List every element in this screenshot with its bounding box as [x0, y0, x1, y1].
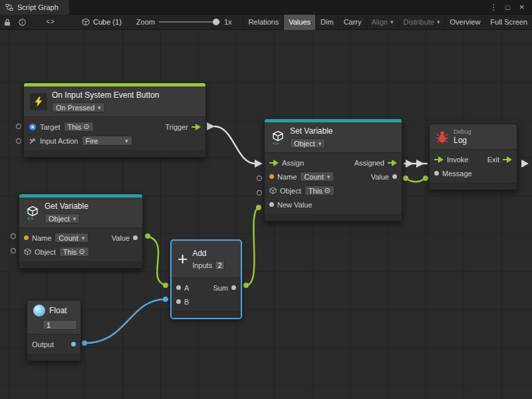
port-row-new-value: New Value — [265, 198, 402, 211]
port-row-input-action: Input Action Fire — [24, 134, 205, 148]
wire-sum-newvalue[interactable] — [243, 205, 261, 288]
align-button[interactable]: Align — [366, 15, 398, 30]
output-port[interactable] — [71, 342, 76, 346]
exit-port[interactable] — [503, 156, 512, 163]
trigger-port[interactable] — [192, 124, 201, 130]
node-add[interactable]: Add Inputs 2 A Sum B — [171, 240, 241, 319]
object-cube-icon — [24, 248, 31, 255]
output-label: Output — [32, 340, 54, 348]
exit-arrow[interactable] — [521, 160, 529, 168]
wire-assigned-invoke[interactable] — [404, 160, 428, 168]
message-label: Message — [442, 170, 472, 178]
float-value-field[interactable]: 1 — [43, 320, 77, 330]
object-label: Object — [35, 248, 56, 256]
wire-float-b[interactable] — [82, 297, 168, 346]
wire-trigger-assign[interactable] — [207, 122, 263, 168]
zoom-slider[interactable] — [159, 21, 220, 23]
name-port[interactable] — [269, 174, 274, 179]
inputs-count-field[interactable]: 2 — [215, 261, 225, 270]
carry-button[interactable]: Carry — [338, 15, 366, 30]
lock-icon[interactable] — [0, 15, 15, 29]
variable-scope-dropdown[interactable]: Object — [290, 138, 325, 148]
zoom-value: 1x — [224, 18, 232, 26]
object-value-chip[interactable]: This — [59, 247, 89, 257]
title-bar: Script Graph — [0, 0, 532, 15]
fullscreen-button[interactable]: Full Screen — [485, 15, 532, 30]
new-value-label: New Value — [277, 201, 312, 209]
zoom-slider-knob[interactable] — [213, 19, 219, 25]
node-debug-log[interactable]: Debug Log Invoke Exit Message — [429, 124, 517, 190]
object-label: Object — [280, 187, 301, 195]
value-label: Value — [112, 234, 130, 242]
port-row-output: Output — [27, 337, 80, 351]
port-row-a: A Sum — [172, 281, 241, 295]
name-dropdown[interactable]: Count — [300, 172, 334, 182]
assigned-port[interactable] — [388, 160, 397, 166]
invoke-port[interactable] — [434, 156, 444, 163]
b-label: B — [184, 298, 189, 306]
info-icon[interactable] — [15, 15, 30, 29]
target-value-chip[interactable]: This — [64, 122, 94, 132]
target-icon — [325, 186, 331, 195]
cube-icon — [82, 18, 90, 26]
port-row-message: Message — [430, 166, 517, 180]
event-mode-dropdown[interactable]: On Pressed — [52, 102, 105, 112]
wire-getvalue-a[interactable] — [145, 233, 168, 288]
graph-canvas[interactable]: On Input System Event Button On Pressed … — [0, 30, 532, 399]
node-set-variable[interactable]: <> Set Variable Object Assign Assigned N… — [264, 118, 402, 221]
wire-value-message[interactable] — [403, 176, 428, 182]
value-port[interactable] — [133, 235, 138, 240]
close-icon[interactable] — [517, 2, 527, 12]
lightning-icon — [30, 93, 47, 110]
value-port[interactable] — [392, 174, 397, 179]
object-cube-icon — [269, 187, 277, 194]
a-port[interactable] — [176, 285, 181, 290]
node-on-input-event[interactable]: On Input System Event Button On Pressed … — [23, 82, 206, 158]
assign-port[interactable] — [269, 160, 279, 166]
node-subtitle: Debug — [454, 128, 471, 135]
name-port[interactable] — [24, 235, 29, 240]
overview-button[interactable]: Overview — [445, 15, 485, 30]
name-label: Name — [277, 173, 297, 181]
values-button[interactable]: Values — [283, 15, 315, 30]
target-icon — [79, 247, 85, 256]
breadcrumb-label: Cube (1) — [93, 18, 122, 26]
input-action-dropdown[interactable]: Fire — [82, 136, 132, 146]
tab-title: Script Graph — [17, 3, 59, 11]
breadcrumb[interactable]: Cube (1) — [76, 18, 127, 26]
a-label: A — [184, 284, 189, 292]
float-icon — [33, 305, 45, 317]
node-title: Log — [454, 136, 467, 145]
node-float[interactable]: Float 1 Output — [27, 300, 81, 361]
node-title: Add — [192, 249, 206, 258]
variable-scope-dropdown[interactable]: Object — [45, 213, 80, 223]
node-footer — [24, 151, 205, 157]
node-get-variable[interactable]: <> Get Variable Object Name Count Value … — [19, 194, 143, 269]
sum-port[interactable] — [231, 285, 236, 290]
node-footer — [172, 312, 241, 318]
name-dropdown[interactable]: Count — [55, 233, 88, 243]
assign-label: Assign — [282, 159, 304, 167]
code-icon[interactable] — [42, 15, 59, 29]
window-menu-icon[interactable] — [489, 3, 499, 12]
dim-button[interactable]: Dim — [315, 15, 338, 30]
variable-cube-icon: <> — [271, 130, 285, 145]
gameobject-icon — [29, 123, 37, 131]
invoke-label: Invoke — [447, 156, 468, 164]
tab-script-graph[interactable]: Script Graph — [0, 0, 69, 15]
zoom-label: Zoom — [136, 18, 155, 26]
new-value-port[interactable] — [269, 202, 274, 207]
message-port[interactable] — [434, 171, 439, 176]
object-value-chip[interactable]: This — [305, 186, 334, 196]
node-title: On Input System Event Button — [52, 90, 159, 100]
port-row-assign: Assign Assigned — [265, 156, 402, 170]
b-port[interactable] — [176, 299, 181, 304]
input-action-label: Input Action — [40, 137, 78, 145]
port-row-target: Target This Trigger — [24, 120, 205, 134]
port-row-object: Object This — [19, 245, 142, 259]
maximize-icon[interactable] — [503, 3, 513, 12]
distribute-button[interactable]: Distribute — [398, 15, 445, 30]
relations-button[interactable]: Relations — [243, 15, 283, 30]
graph-toolbar: Cube (1) Zoom 1x Relations Values Dim Ca… — [0, 15, 532, 30]
input-action-icon — [29, 137, 37, 145]
